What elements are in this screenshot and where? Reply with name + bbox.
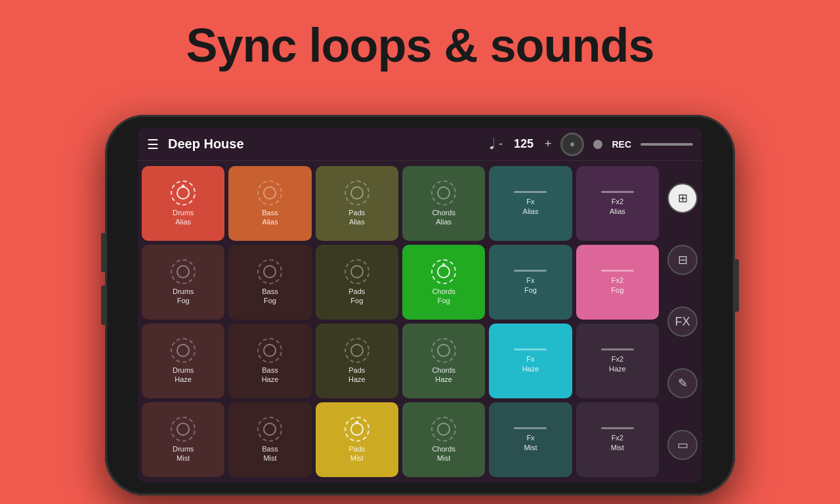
pad-fx-mist[interactable]: FxMist (489, 402, 572, 477)
pad-fx-alias[interactable]: FxAlias (489, 166, 572, 241)
volume-up-button[interactable] (101, 233, 105, 272)
grid-icon: ⊞ (678, 191, 688, 205)
pad-chords-haze[interactable]: ChordsHaze (402, 324, 485, 398)
pad-line (514, 348, 547, 350)
pad-knob (431, 417, 456, 442)
fx-button[interactable]: FX (667, 306, 698, 337)
knob-inner (350, 265, 364, 278)
pad-label: FxFog (524, 276, 537, 295)
phone-device: ☰ Deep House 𝅘𝅥 - 125 + REC (105, 115, 735, 495)
pad-fx2-alias[interactable]: Fx2Alias (576, 166, 659, 241)
pad-label: DrumsAlias (173, 208, 194, 227)
pad-chords-fog[interactable]: ChordsFog (402, 245, 485, 320)
rec-label[interactable]: REC (612, 139, 631, 150)
pad-knob (257, 180, 282, 205)
app-title: Deep House (168, 136, 480, 152)
knob-inner (263, 344, 276, 357)
pad-label: BassAlias (262, 208, 278, 227)
pad-drums-fog[interactable]: DrumsFog (142, 245, 224, 320)
knob-dot (182, 184, 185, 188)
grid-view-button[interactable]: ⊞ (667, 183, 698, 213)
volume-down-button[interactable] (101, 285, 105, 325)
pad-bass-mist[interactable]: BassMist (228, 402, 311, 477)
mixer-icon: ⊟ (678, 253, 688, 267)
pad-knob (257, 259, 282, 284)
bpm-minus-button[interactable]: - (499, 137, 503, 151)
knob-inner (350, 186, 364, 200)
pad-bass-alias[interactable]: BassAlias (228, 166, 311, 241)
pad-label: ChordsMist (432, 444, 455, 463)
pad-drums-mist[interactable]: DrumsMist (142, 402, 224, 477)
page-headline: Sync loops & sounds (0, 0, 840, 72)
pad-fx-haze[interactable]: FxHaze (489, 324, 572, 398)
pad-label: FxHaze (522, 354, 539, 373)
knob-inner (263, 265, 276, 278)
pad-label: Fx2Alias (610, 197, 625, 216)
pad-label: FxAlias (523, 197, 539, 216)
menu-icon[interactable]: ☰ (147, 136, 159, 152)
app-header: ☰ Deep House 𝅘𝅥 - 125 + REC (138, 128, 702, 161)
pad-knob (171, 180, 196, 205)
pad-label: Fx2Haze (609, 354, 626, 373)
knob-inner (437, 423, 450, 436)
pad-drums-alias[interactable]: DrumsAlias (142, 166, 224, 241)
pad-label: PadsHaze (348, 366, 366, 385)
fx-label: FX (675, 315, 690, 329)
knob-inner (437, 186, 450, 200)
pad-bass-fog[interactable]: BassFog (228, 245, 311, 320)
pad-pads-fog[interactable]: PadsFog (316, 245, 398, 320)
pad-drums-haze[interactable]: DrumsHaze (142, 324, 224, 398)
power-button[interactable] (735, 259, 739, 312)
pad-chords-alias[interactable]: ChordsAlias (402, 166, 485, 241)
pad-line (601, 427, 634, 429)
knob-inner (263, 186, 276, 200)
pad-fx2-fog[interactable]: Fx2Fog (576, 245, 659, 320)
pad-knob (345, 180, 369, 205)
knob-inner (437, 265, 450, 278)
pad-knob (171, 259, 196, 284)
knob-inner (437, 344, 450, 357)
pad-pads-alias[interactable]: PadsAlias (316, 166, 398, 241)
folder-button[interactable]: ▭ (667, 430, 698, 460)
pad-fx-fog[interactable]: FxFog (489, 245, 572, 320)
pad-fx2-mist[interactable]: Fx2Mist (576, 402, 659, 477)
knob-inner (350, 423, 364, 436)
knob-dot (442, 263, 446, 266)
pad-pads-haze[interactable]: PadsHaze (316, 324, 398, 398)
edit-button[interactable]: ✎ (667, 368, 698, 398)
pad-label: PadsFog (348, 287, 365, 306)
folder-icon: ▭ (677, 438, 688, 452)
record-dot (593, 140, 602, 149)
pad-label: Fx2Fog (611, 276, 623, 295)
pad-bass-haze[interactable]: BassHaze (228, 324, 311, 398)
pad-knob (345, 259, 369, 284)
pad-line (514, 427, 547, 429)
knob-inner (177, 265, 190, 278)
pad-knob (345, 417, 369, 442)
pad-pads-mist[interactable]: PadsMist (316, 402, 398, 477)
knob-inner (263, 423, 276, 436)
pad-label: PadsMist (348, 444, 365, 463)
mixer-button[interactable]: ⊟ (667, 245, 698, 275)
pad-line (601, 191, 634, 193)
bpm-plus-button[interactable]: + (545, 137, 552, 151)
pad-label: ChordsHaze (432, 366, 455, 385)
pad-knob (431, 338, 456, 363)
pad-knob (171, 417, 196, 442)
pad-label: DrumsFog (173, 287, 194, 306)
pad-knob (171, 338, 196, 363)
pad-chords-mist[interactable]: ChordsMist (402, 402, 485, 477)
pad-label: DrumsHaze (173, 366, 194, 385)
pad-line (601, 270, 634, 272)
pad-label: BassFog (262, 287, 278, 306)
pad-label: ChordsAlias (432, 208, 455, 227)
edit-icon: ✎ (678, 376, 688, 390)
recording-progress (640, 143, 693, 146)
tempo-dial[interactable] (560, 133, 584, 156)
pad-line (514, 191, 547, 193)
pad-label: Fx2Mist (611, 433, 624, 452)
pad-grid: DrumsAlias BassAlias PadsAlias ChordsAli… (138, 161, 663, 482)
phone-frame: ☰ Deep House 𝅘𝅥 - 125 + REC (105, 115, 735, 495)
pad-label: BassMist (262, 444, 278, 463)
pad-fx2-haze[interactable]: Fx2Haze (576, 324, 659, 398)
